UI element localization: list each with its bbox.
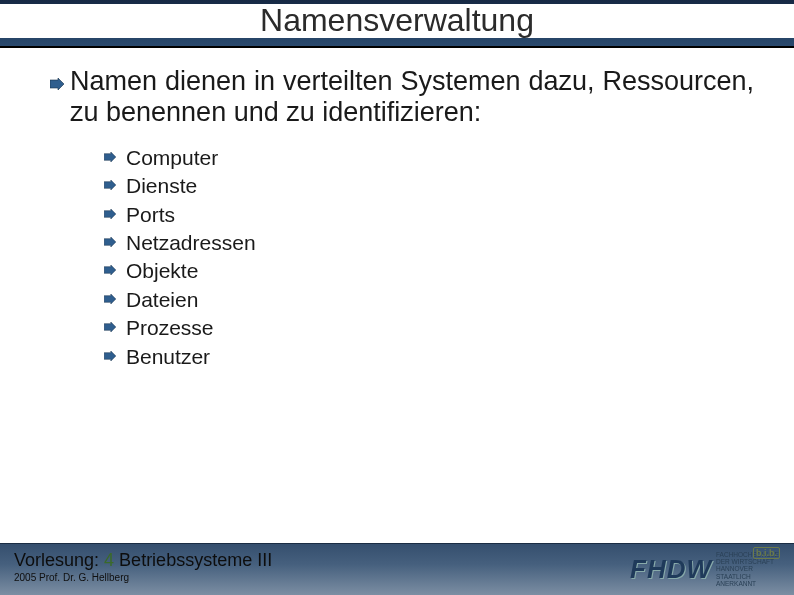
arrow-bullet-icon [104,265,116,275]
main-bullet-text: Namen dienen in verteilten Systemen dazu… [70,66,754,128]
list-item: Benutzer [126,343,754,371]
slide-title: Namensverwaltung [254,4,540,38]
list-item: Netzadressen [126,229,754,257]
list-item-label: Benutzer [126,345,210,368]
sub-list: Computer Dienste Ports Netzadressen Obje… [70,142,754,371]
list-item-label: Ports [126,203,175,226]
list-item: Dienste [126,172,754,200]
list-item: Ports [126,201,754,229]
title-bar: Namensverwaltung [0,0,794,48]
list-item: Computer [126,144,754,172]
arrow-bullet-icon [104,294,116,304]
list-item-label: Dienste [126,174,197,197]
footer-bar: Vorlesung: 4 Betriebssysteme III 2005 Pr… [0,543,794,595]
list-item: Objekte [126,257,754,285]
svg-marker-0 [50,78,64,90]
logo-sub-line: HANNOVER [716,565,780,572]
list-item-label: Prozesse [126,316,214,339]
svg-marker-8 [104,351,116,361]
logo-tag: b.i.b. [753,547,780,559]
arrow-bullet-icon [104,152,116,162]
list-item-label: Dateien [126,288,198,311]
logo-main-text: FHDW [630,554,712,585]
list-item-label: Objekte [126,259,198,282]
lecture-label: Vorlesung: [14,550,99,570]
svg-marker-2 [104,180,116,190]
fhdw-logo: b.i.b. FHDW FACHHOCHSCHULE DER WIRTSCHAF… [630,549,780,589]
lecture-title: Betriebssysteme III [119,550,272,570]
arrow-bullet-icon [104,180,116,190]
arrow-bullet-icon [104,351,116,361]
svg-marker-4 [104,237,116,247]
arrow-bullet-icon [104,237,116,247]
list-item: Dateien [126,286,754,314]
main-bullet-item: Namen dienen in verteilten Systemen dazu… [70,66,754,128]
arrow-bullet-icon [50,78,64,90]
content-area: Namen dienen in verteilten Systemen dazu… [0,48,794,371]
svg-marker-1 [104,152,116,162]
svg-marker-6 [104,294,116,304]
lecture-number: 4 [104,550,114,570]
list-item-label: Netzadressen [126,231,256,254]
title-container: Namensverwaltung [0,4,794,38]
logo-sub-line: STAATLICH ANERKANNT [716,573,780,587]
arrow-bullet-icon [104,322,116,332]
list-item-label: Computer [126,146,218,169]
svg-marker-5 [104,265,116,275]
svg-marker-3 [104,209,116,219]
arrow-bullet-icon [104,209,116,219]
svg-marker-7 [104,322,116,332]
list-item: Prozesse [126,314,754,342]
